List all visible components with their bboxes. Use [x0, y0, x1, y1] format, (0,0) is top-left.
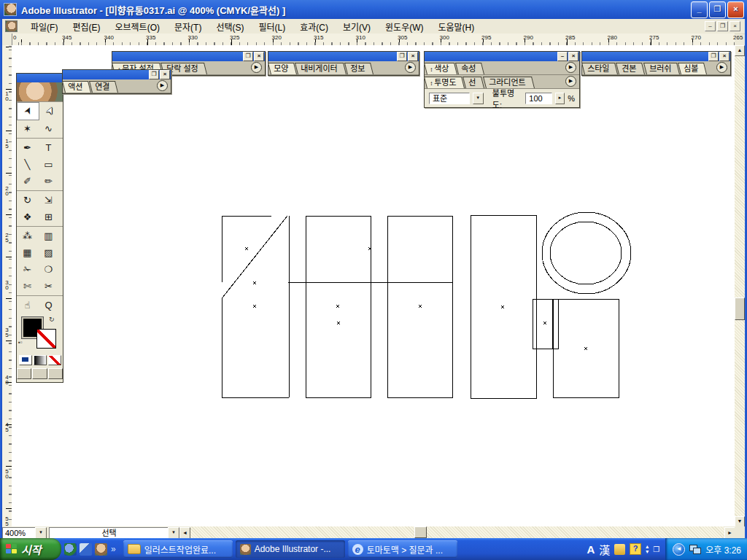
stroke-none-swatch[interactable] — [36, 329, 56, 349]
ime-options-icon[interactable]: ▴▾ — [646, 544, 649, 554]
menu-item[interactable]: 필터(L) — [251, 19, 293, 34]
menu-item[interactable]: 오브젝트(O) — [107, 19, 167, 34]
type-tool-icon[interactable]: T — [38, 139, 59, 156]
palette-minimize-button[interactable]: – — [557, 52, 568, 61]
palette-title-bar[interactable]: ❐ × — [112, 52, 265, 61]
blend-tool-icon[interactable]: ❍ — [38, 261, 59, 278]
artboard-shape[interactable] — [222, 216, 287, 298]
palette-close-button[interactable]: × — [568, 52, 578, 61]
vertical-scrollbar[interactable]: ▲ ▼ — [735, 45, 745, 526]
palette-title-bar[interactable]: ❐ × — [582, 52, 730, 61]
selection-tool-icon[interactable]: ➤ — [17, 102, 39, 120]
lasso-tool-icon[interactable]: ∿ — [38, 120, 59, 137]
direct-selection-tool-icon[interactable]: ➤ — [39, 102, 61, 119]
scroll-down-button[interactable]: ▼ — [735, 516, 745, 527]
line-tool-icon[interactable]: ╲ — [17, 156, 38, 173]
menu-item[interactable]: 효과(C) — [293, 19, 336, 34]
artboard-shape[interactable] — [542, 212, 631, 294]
start-button[interactable]: 시작 — [0, 538, 61, 560]
center-point-mark[interactable] — [253, 281, 256, 284]
horizontal-scrollbar[interactable] — [190, 526, 724, 538]
eyedropper-tool-icon[interactable]: ✁ — [17, 261, 38, 278]
doc-close-button[interactable]: × — [729, 21, 740, 31]
palette-tab[interactable]: 브러쉬 — [643, 63, 680, 74]
swap-fill-stroke-icon[interactable]: ↻ — [49, 316, 55, 323]
taskbar-task-button[interactable]: Adobe Illustrator -... — [236, 540, 345, 558]
fullscreen-menu-mode-button[interactable] — [32, 368, 47, 379]
ime-latin-indicator[interactable]: A — [587, 543, 595, 556]
quicklaunch-mail-icon[interactable] — [80, 543, 92, 556]
language-bar-restore-icon[interactable]: ❐ — [653, 545, 659, 553]
status-dropdown-button[interactable]: ▼ — [168, 527, 179, 539]
palette-tab[interactable]: ↕색상 — [424, 63, 457, 74]
opacity-input[interactable]: 100 — [525, 93, 551, 104]
zoom-tool-icon[interactable]: Q — [38, 297, 59, 314]
rotate-tool-icon[interactable]: ↻ — [17, 192, 38, 209]
color-button[interactable] — [19, 355, 32, 365]
standard-screen-mode-button[interactable] — [17, 368, 31, 379]
scroll-right-button[interactable]: ► — [724, 527, 735, 539]
taskbar-task-button[interactable]: e토마토맥 > 질문과 ... — [348, 540, 457, 558]
minimize-button[interactable]: _ — [691, 1, 708, 18]
mesh-tool-icon[interactable]: ▦ — [17, 244, 38, 261]
rectangle-tool-icon[interactable]: ▭ — [38, 156, 59, 173]
palette-menu-icon[interactable]: ▶ — [565, 76, 576, 87]
zoom-dropdown-button[interactable]: ▼ — [35, 527, 47, 539]
palette-close-button[interactable]: × — [719, 52, 729, 61]
palette-tab[interactable]: 액션 — [62, 81, 91, 93]
taskbar-task-button[interactable]: 일러스트작업완료... — [123, 540, 233, 558]
symbol-sprayer-tool-icon[interactable]: ⁂ — [17, 228, 38, 244]
quicklaunch-chevron-icon[interactable]: » — [111, 544, 116, 554]
menu-item[interactable]: 파일(F) — [23, 19, 65, 34]
slice-tool-icon[interactable]: ✄ — [17, 278, 38, 295]
none-button[interactable] — [48, 355, 61, 365]
menu-item[interactable]: 도움말(H) — [431, 19, 482, 34]
palette-close-button[interactable]: × — [160, 70, 170, 79]
palette-menu-icon[interactable]: ▶ — [716, 62, 727, 73]
menu-item[interactable]: 편집(E) — [65, 19, 107, 34]
center-point-mark[interactable] — [337, 322, 340, 324]
free-transform-tool-icon[interactable]: ⊞ — [38, 209, 59, 225]
opacity-stepper-icon[interactable]: ► — [555, 93, 565, 104]
scale-tool-icon[interactable]: ⇲ — [38, 192, 59, 209]
palette-menu-icon[interactable]: ▶ — [157, 80, 168, 91]
default-fill-stroke-icon[interactable]: ▪▫ — [18, 339, 23, 346]
palette-menu-icon[interactable]: ▶ — [565, 62, 576, 73]
ime-help-icon[interactable]: ? — [630, 543, 641, 555]
maximize-button[interactable]: ❐ — [709, 1, 726, 18]
palette-tab[interactable]: 속성 — [455, 63, 484, 74]
warp-tool-icon[interactable]: ❖ — [17, 209, 38, 225]
pencil-tool-icon[interactable]: ✏ — [38, 173, 59, 190]
blend-mode-dropdown-icon[interactable]: ▼ — [473, 93, 484, 104]
center-point-mark[interactable] — [543, 322, 546, 324]
hand-tool-icon[interactable]: ☝ — [17, 297, 38, 314]
doc-minimize-button[interactable]: – — [705, 21, 716, 31]
quicklaunch-internet-icon[interactable] — [64, 543, 77, 556]
palette-tab[interactable]: 정보 — [344, 63, 374, 74]
tray-chevron-icon[interactable]: ◄ — [673, 543, 685, 556]
palette-restore-button[interactable]: ❐ — [243, 52, 253, 61]
fullscreen-mode-button[interactable] — [48, 368, 63, 379]
palette-restore-button[interactable]: ❐ — [708, 52, 719, 61]
center-point-mark[interactable] — [419, 305, 422, 308]
menu-item[interactable]: 문자(T) — [167, 19, 209, 34]
artboard-shape[interactable] — [550, 222, 622, 284]
toolbox-title-bar[interactable] — [17, 74, 63, 82]
menu-item[interactable]: 선택(S) — [209, 19, 251, 34]
palette-tab[interactable]: 선 — [462, 77, 484, 88]
palette-title-bar[interactable]: ❐ × — [268, 52, 419, 61]
center-point-mark[interactable] — [584, 347, 587, 350]
palette-menu-icon[interactable]: ▶ — [405, 62, 416, 73]
palette-tab[interactable]: 연결 — [89, 81, 118, 93]
palette-title-bar[interactable]: – × — [425, 52, 579, 61]
blend-mode-select[interactable]: 표준 — [429, 93, 470, 104]
palette-tab[interactable]: 그라디언트 — [483, 77, 535, 88]
gradient-tool-icon[interactable]: ▨ — [38, 244, 59, 261]
artboard-canvas[interactable] — [12, 45, 735, 526]
center-point-mark[interactable] — [245, 247, 248, 250]
palette-restore-button[interactable]: ❐ — [149, 70, 159, 79]
ime-tools-icon[interactable] — [614, 544, 625, 555]
scroll-left-button[interactable]: ◄ — [179, 527, 190, 539]
center-point-mark[interactable] — [501, 306, 504, 308]
menu-item[interactable]: 윈도우(W) — [378, 19, 430, 34]
